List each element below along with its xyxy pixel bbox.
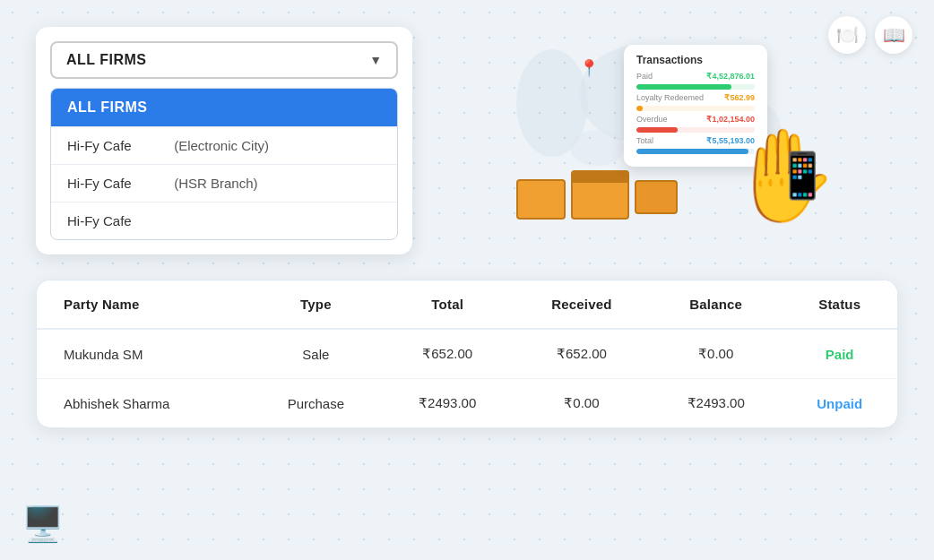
cell-status: Unpaid xyxy=(782,379,897,428)
col-party-name: Party Name xyxy=(37,280,250,329)
pin-1: 📍 xyxy=(579,58,599,78)
col-total: Total xyxy=(381,280,513,329)
tx-bar-fill-paid xyxy=(636,84,731,90)
dropdown-item-name: Hi-Fy Cafe xyxy=(67,176,132,191)
dropdown-item-hfc-main[interactable]: Hi-Fy Cafe xyxy=(51,202,397,239)
tx-bar-fill-loyalty xyxy=(636,106,643,111)
table-row[interactable]: Abhishek Sharma Purchase ₹2493.00 ₹0.00 … xyxy=(37,379,897,428)
dropdown-item-hfc-ec[interactable]: Hi-Fy Cafe (Electronic City) xyxy=(51,127,397,165)
tx-label-paid: Paid xyxy=(636,72,653,81)
top-section: ALL FIRMS ▼ ALL FIRMS Hi-Fy Cafe (Electr… xyxy=(36,27,898,254)
workstation-icon: 🖥️ xyxy=(22,504,64,544)
tx-bar-paid xyxy=(636,84,755,90)
svg-point-4 xyxy=(570,130,624,166)
tx-row-loyalty: Loyalty Redeemed ₹562.99 xyxy=(636,93,755,102)
cell-balance: ₹2493.00 xyxy=(650,379,782,428)
firms-dropdown-container: ALL FIRMS ▼ ALL FIRMS Hi-Fy Cafe (Electr… xyxy=(36,27,412,254)
cell-total: ₹2493.00 xyxy=(381,379,513,428)
tx-value-loyalty: ₹562.99 xyxy=(724,93,755,102)
transaction-card-title: Transactions xyxy=(636,54,755,66)
cell-type: Sale xyxy=(250,329,381,379)
tx-value-paid: ₹4,52,876.01 xyxy=(706,72,755,81)
dropdown-arrow-icon: ▼ xyxy=(369,53,382,67)
cell-received: ₹652.00 xyxy=(514,329,650,379)
col-type: Type xyxy=(250,280,381,329)
cell-balance: ₹0.00 xyxy=(650,329,782,379)
box-3 xyxy=(635,180,678,214)
illustration-area: 📍 📍 📍 📍 Transactions Paid xyxy=(439,27,898,224)
box-2 xyxy=(571,170,629,220)
tx-bar-fill-overdue xyxy=(636,127,678,133)
cell-party-name: Mukunda SM xyxy=(37,329,250,379)
cell-party-name: Abhishek Sharma xyxy=(37,379,250,428)
cell-type: Purchase xyxy=(250,379,381,428)
dropdown-item-name: Hi-Fy Cafe xyxy=(67,138,132,153)
tx-label-total: Total xyxy=(636,136,653,145)
dropdown-item-label: ALL FIRMS xyxy=(67,99,148,116)
dropdown-item-name: Hi-Fy Cafe xyxy=(67,213,132,228)
cell-received: ₹0.00 xyxy=(514,379,650,428)
box-1 xyxy=(516,179,566,220)
transactions-table-section: Party Name Type Total Received Balance S… xyxy=(36,280,898,428)
dropdown-selected-label: ALL FIRMS xyxy=(66,52,147,68)
table-header-row: Party Name Type Total Received Balance S… xyxy=(37,280,897,329)
tx-label-overdue: Overdue xyxy=(636,115,668,124)
table-row[interactable]: Mukunda SM Sale ₹652.00 ₹652.00 ₹0.00 Pa… xyxy=(37,329,897,379)
col-status: Status xyxy=(782,280,897,329)
tx-row-paid: Paid ₹4,52,876.01 xyxy=(636,72,755,81)
table-header: Party Name Type Total Received Balance S… xyxy=(37,280,897,329)
tx-bar-loyalty xyxy=(636,106,755,111)
firms-dropdown-trigger[interactable]: ALL FIRMS ▼ xyxy=(50,41,398,79)
dropdown-item-hfc-hsr[interactable]: Hi-Fy Cafe (HSR Branch) xyxy=(51,165,397,202)
phone-icon: 📱 xyxy=(774,150,830,202)
col-balance: Balance xyxy=(650,280,782,329)
transactions-table: Party Name Type Total Received Balance S… xyxy=(37,280,897,427)
dropdown-item-branch: (HSR Branch) xyxy=(141,176,258,191)
dropdown-item-all[interactable]: ALL FIRMS xyxy=(51,89,397,127)
cell-total: ₹652.00 xyxy=(381,329,513,379)
main-container: 🍽️ 📖 ALL FIRMS ▼ ALL FIRMS Hi-Fy Cafe (E… xyxy=(0,0,934,560)
cell-status: Paid xyxy=(782,329,897,379)
tx-label-loyalty: Loyalty Redeemed xyxy=(636,93,704,102)
delivery-illustration: 📍 📍 📍 📍 Transactions Paid xyxy=(498,31,839,220)
status-badge-unpaid: Unpaid xyxy=(817,396,862,411)
status-badge-paid: Paid xyxy=(826,347,854,362)
col-received: Received xyxy=(514,280,650,329)
box-group xyxy=(516,170,678,220)
firms-dropdown-menu: ALL FIRMS Hi-Fy Cafe (Electronic City) H… xyxy=(50,88,398,240)
table-body: Mukunda SM Sale ₹652.00 ₹652.00 ₹0.00 Pa… xyxy=(37,329,897,427)
dropdown-item-branch: (Electronic City) xyxy=(141,138,269,153)
